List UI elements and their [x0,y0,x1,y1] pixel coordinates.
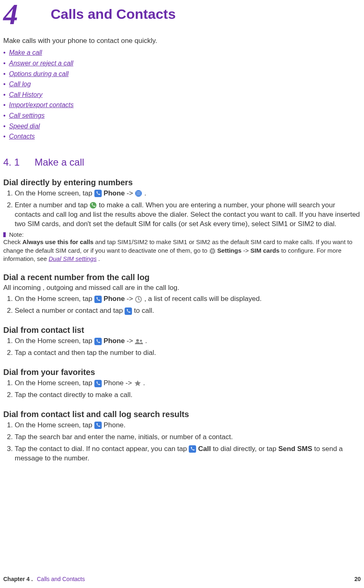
steps-list: On the Home screen, tap Phone -> . Enter… [3,189,361,229]
step-item: On the Home screen, tap Phone -> . [15,189,361,198]
section-number: 4. 1 [3,157,20,168]
note-fragment: Settings [217,247,241,254]
step-text: Enter a number and tap [15,201,89,209]
step-text: Phone [103,189,125,197]
toc-item: Call settings [3,110,361,121]
step-text: -> [127,337,135,345]
step-text: Phone [103,337,125,345]
step-text: Select a number or contact and tap [15,307,125,314]
phone-app-icon [189,445,196,453]
toc-item: Call History [3,90,361,100]
sub-heading-recent-number: Dial a recent number from the call log [3,273,361,282]
toc-item: Options during a call [3,69,361,79]
note-fragment: . [98,255,100,262]
step-text: On the Home screen, tap [15,295,94,303]
step-item: Enter a number and tap to make a call. W… [15,201,361,229]
phone-app-icon [94,422,102,429]
toc-link-contacts[interactable]: Contacts [9,133,35,140]
step-text: Call [198,445,211,453]
clock-recents-icon [135,296,142,303]
sub-heading-contact-list: Dial from contact list [3,325,361,335]
step-item: Tap the contact directly to make a call. [15,391,361,400]
phone-app-icon [94,338,102,345]
chapter-header: 4 Calls and Contacts [3,4,361,25]
step-text: , a list of recent calls will be display… [144,295,261,303]
note-text: Check Always use this for calls and tap … [3,238,361,263]
toc-link-import-export[interactable]: Import/export contacts [9,101,74,108]
svg-rect-24 [125,307,132,315]
toc-link-speed-dial[interactable]: Speed dial [9,123,40,130]
footer-chapter: Chapter 4 . [3,576,33,582]
toc-item: Answer or reject a call [3,58,361,69]
step-text: . [145,337,147,345]
step-text: to dial directly, or tap [213,445,278,453]
dual-sim-link[interactable]: Dual SIM settings [49,255,97,262]
svg-point-26 [136,339,139,342]
svg-rect-25 [94,338,102,345]
page-content: 4 Calls and Contacts Make calls with you… [0,0,364,486]
svg-point-2 [137,192,138,193]
step-text: Phone -> [103,379,134,387]
step-item: On the Home screen, tap Phone -> , a lis… [15,294,361,304]
svg-rect-30 [189,445,196,453]
toc-item: Import/export contacts [3,100,361,110]
note-fragment: SIM cards [250,247,279,254]
svg-rect-22 [94,296,102,303]
toc-link-call-history[interactable]: Call History [9,91,42,98]
toc-link-call-log[interactable]: Call log [9,81,31,88]
toc-link-call-settings[interactable]: Call settings [9,112,45,119]
step-text: On the Home screen, tap [15,421,94,429]
svg-rect-29 [94,422,102,429]
section-header: 4. 1 Make a call [3,157,361,168]
sub-heading-search-results: Dial from contact list and call log sear… [3,410,361,419]
step-text: Phone [103,295,125,303]
toc-link-make-a-call[interactable]: Make a call [9,49,42,56]
svg-point-7 [140,193,141,194]
step-text: to call. [134,307,154,314]
step-text: -> [127,189,135,197]
svg-point-5 [137,193,138,194]
note-fragment: -> [243,247,250,254]
step-item: Tap the search bar and enter the name, i… [15,433,361,442]
step-text: On the Home screen, tap [15,337,94,345]
phone-app-icon [94,296,102,303]
toc-item: Call log [3,79,361,90]
toc-list: Make a call Answer or reject a call Opti… [3,47,361,141]
dialpad-icon [135,190,142,197]
chapter-title: Calls and Contacts [51,6,176,22]
step-text: On the Home screen, tap [15,379,94,387]
section-title: Make a call [35,157,84,168]
chapter-number: 4 [3,4,18,25]
toc-link-answer-reject[interactable]: Answer or reject a call [9,60,73,67]
step-text: . [144,189,146,197]
intro-text: Make calls with your phone to contact on… [3,37,361,45]
sub-heading-favorites: Dial from your favorites [3,368,361,377]
steps-list: On the Home screen, tap Phone. Tap the s… [3,421,361,463]
step-text: . [143,379,145,387]
svg-rect-28 [94,380,102,387]
svg-point-6 [138,193,139,194]
step-item: Tap the contact to dial. If no contact a… [15,444,361,463]
step-item: Select a number or contact and tap to ca… [15,306,361,316]
svg-point-27 [140,339,142,341]
svg-rect-0 [94,190,102,197]
contacts-people-icon [135,339,143,344]
toc-link-options-during-call[interactable]: Options during a call [9,70,69,77]
call-circle-icon [89,202,97,209]
footer-left: Chapter 4 . Calls and Contacts [3,576,85,582]
step-item: On the Home screen, tap Phone. [15,421,361,430]
step-text: Phone. [103,421,125,429]
settings-gear-icon [209,248,216,254]
phone-app-icon [94,190,102,197]
steps-list: On the Home screen, tap Phone -> . Tap t… [3,379,361,400]
sub-desc: All incoming , outgoing and missed call … [3,284,361,292]
toc-item: Contacts [3,131,361,142]
svg-line-21 [214,249,214,250]
steps-list: On the Home screen, tap Phone -> , a lis… [3,294,361,316]
step-text: Tap the contact to dial. If no contact a… [15,445,189,453]
step-item: On the Home screen, tap Phone -> . [15,379,361,388]
note-label: Note: [3,231,361,238]
step-text: -> [127,295,135,303]
note-fragment: Check [3,238,22,245]
toc-item: Make a call [3,47,361,58]
